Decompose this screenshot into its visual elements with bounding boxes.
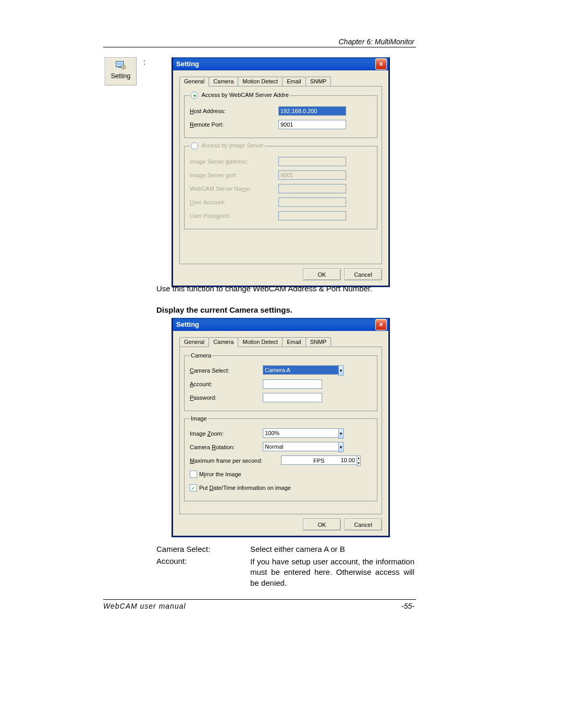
group-webcam-legend: Access by WebCAM Server Addre — [190, 92, 290, 99]
image-server-address-label: Image Server Address: — [190, 158, 278, 165]
image-server-address-input — [278, 157, 346, 166]
camera-select-combo[interactable]: ▼ — [263, 365, 322, 376]
camera-rotation-combo[interactable]: ▼ — [263, 442, 322, 452]
mirror-image-label: Mirror the Image — [199, 471, 241, 477]
tab-panel-general: Access by WebCAM Server Addre Host Addre… — [179, 86, 382, 264]
svg-rect-1 — [117, 63, 123, 66]
camera-rotation-value[interactable] — [263, 442, 338, 451]
fps-spinner[interactable]: ▲▼ — [281, 455, 311, 466]
datetime-checkbox[interactable]: ✓ — [190, 484, 197, 491]
display-settings-heading: Display the current Camera settings. — [156, 305, 292, 314]
image-zoom-label: Image Zoom: — [190, 430, 263, 437]
tab-email[interactable]: Email — [282, 337, 306, 347]
group-image-legend: Access by Image Server — [190, 142, 265, 150]
image-server-port-input — [278, 170, 346, 180]
chevron-down-icon[interactable]: ▼ — [338, 442, 344, 452]
host-address-input[interactable] — [278, 106, 346, 116]
tab-camera[interactable]: Camera — [209, 77, 238, 86]
tab-strip: General Camera Motion Detect Email SNMP — [179, 75, 388, 86]
tab-camera[interactable]: Camera — [209, 337, 238, 347]
titlebar: Setting × — [173, 318, 388, 331]
group-image-legend: Image — [190, 415, 208, 422]
image-zoom-combo[interactable]: ▼ — [263, 428, 322, 439]
group-camera: Camera Camera Select: ▼ Account: Passwor… — [184, 352, 377, 411]
spinner-arrows-icon[interactable]: ▲▼ — [357, 455, 361, 466]
remote-port-input[interactable] — [278, 120, 346, 129]
colon: : — [143, 57, 145, 66]
password-input[interactable] — [263, 393, 322, 402]
page-header-chapter: Chapter 6: MultiMonitor — [338, 38, 414, 46]
group-webcam-server: Access by WebCAM Server Addre Host Addre… — [184, 92, 377, 138]
datetime-label: Put Date/Time information on image — [199, 485, 291, 491]
footer-manual: WebCAM user manual — [103, 602, 186, 610]
user-password-label: User Password: — [190, 213, 278, 219]
ok-button[interactable]: OK — [303, 268, 341, 280]
radio-image-server[interactable] — [191, 142, 198, 150]
account-input[interactable] — [263, 379, 322, 389]
account-row-desc: If you have setup user account, the info… — [250, 557, 414, 588]
chevron-down-icon[interactable]: ▼ — [338, 428, 344, 439]
header-rule — [103, 47, 416, 47]
tab-email[interactable]: Email — [282, 77, 306, 86]
camera-select-value[interactable] — [263, 365, 338, 375]
tab-motion-detect[interactable]: Motion Detect — [238, 77, 283, 86]
close-button[interactable]: × — [375, 319, 387, 330]
close-icon: × — [379, 320, 383, 328]
monitor-gear-icon — [116, 60, 126, 70]
remote-port-label: Remote Port: — [190, 121, 278, 128]
ok-button[interactable]: OK — [303, 519, 341, 530]
dialog-buttons: OK Cancel — [173, 514, 388, 536]
dialog-buttons: OK Cancel — [173, 264, 388, 286]
setting-dialog-general: Setting × General Camera Motion Detect E… — [172, 57, 390, 287]
group-image-server: Access by Image Server Image Server Addr… — [184, 142, 377, 229]
max-fps-label: Maximum frame per second: — [190, 458, 281, 464]
chevron-down-icon[interactable]: ▼ — [338, 365, 344, 376]
cancel-button[interactable]: Cancel — [344, 519, 382, 530]
tab-motion-detect[interactable]: Motion Detect — [238, 337, 283, 347]
svg-rect-2 — [118, 67, 121, 68]
tab-snmp[interactable]: SNMP — [305, 337, 332, 347]
account-row-label: Account: — [156, 557, 187, 565]
dialog-title: Setting — [176, 60, 375, 68]
mirror-image-checkbox[interactable] — [190, 471, 197, 478]
tab-general[interactable]: General — [179, 77, 209, 87]
close-button[interactable]: × — [375, 58, 387, 70]
setting-toolbar-button[interactable]: Setting — [105, 57, 137, 85]
host-address-label: Host Address: — [190, 108, 278, 114]
svg-point-4 — [123, 67, 124, 68]
footer-page-number: -55- — [401, 602, 414, 610]
image-zoom-value[interactable] — [263, 428, 338, 438]
group-camera-legend: Camera — [190, 352, 212, 359]
tab-general[interactable]: General — [179, 337, 209, 347]
titlebar: Setting × — [173, 57, 388, 70]
user-account-label: User Account: — [190, 199, 278, 205]
camera-rotation-label: Camera Rotation: — [190, 444, 263, 450]
use-function-text: Use this function to change WebCAM Addre… — [156, 284, 372, 293]
camera-select-row-label: Camera Select: — [156, 545, 210, 553]
user-account-input — [278, 198, 346, 207]
camera-select-row-desc: Select either camera A or B — [250, 545, 345, 553]
image-server-port-label: Image Server port: — [190, 172, 278, 178]
radio-webcam-server[interactable] — [191, 92, 198, 99]
close-icon: × — [379, 60, 383, 68]
setting-toolbar-label: Setting — [105, 72, 136, 80]
footer-rule — [103, 599, 416, 600]
tab-snmp[interactable]: SNMP — [305, 77, 332, 86]
dialog-title: Setting — [176, 320, 375, 328]
account-label: Account: — [190, 381, 263, 387]
tab-strip: General Camera Motion Detect Email SNMP — [179, 335, 388, 347]
setting-dialog-camera: Setting × General Camera Motion Detect E… — [172, 318, 390, 537]
cancel-button[interactable]: Cancel — [344, 268, 382, 280]
webcam-server-name-input — [278, 184, 346, 193]
tab-panel-camera: Camera Camera Select: ▼ Account: Passwor… — [179, 347, 382, 514]
group-image: Image Image Zoom: ▼ Camera Rotation: ▼ — [184, 415, 377, 501]
password-label: Password: — [190, 394, 263, 401]
webcam-server-name-label: WebCAM Server Name: — [190, 186, 278, 192]
fps-suffix: FPS — [313, 458, 324, 464]
user-password-input — [278, 211, 346, 220]
camera-select-label: Camera Select: — [190, 367, 263, 374]
